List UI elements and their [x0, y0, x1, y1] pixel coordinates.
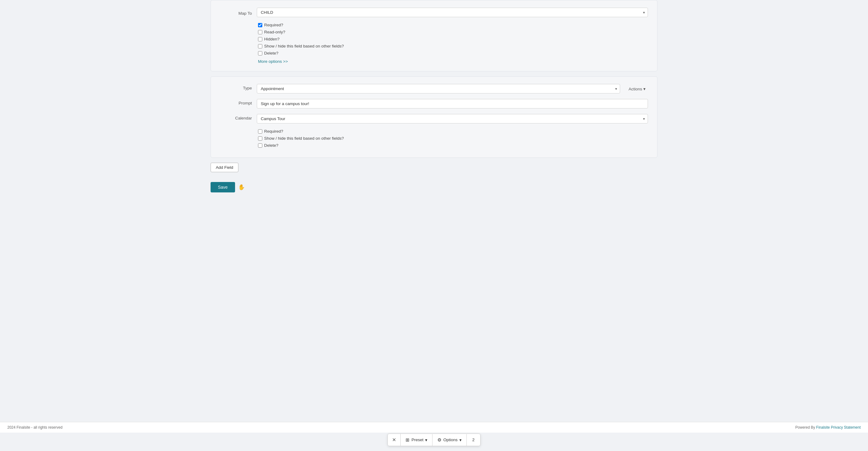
readonly-checkbox[interactable] [258, 30, 262, 34]
options-label: Options [443, 438, 458, 442]
required-checkbox[interactable] [258, 23, 262, 27]
appointment-checkboxes-area: Required? Show / hide this field based o… [257, 129, 648, 150]
appt-delete-label: Delete? [264, 143, 279, 148]
type-row: Type Appointment Text Checkbox Dropdown … [220, 84, 648, 93]
map-to-row: Map To CHILD PARENT STUDENT ▾ [220, 8, 648, 17]
hidden-checkbox-row: Hidden? [258, 37, 648, 41]
map-to-control: CHILD PARENT STUDENT ▾ [257, 8, 648, 17]
hand-cursor-icon: ✋ [238, 184, 245, 191]
save-button[interactable]: Save [211, 182, 235, 192]
toolbar-options-button[interactable]: ⚙ Options ▾ [432, 434, 467, 446]
bottom-toolbar: ✕ ⊞ Preset ▾ ⚙ Options ▾ 2 [0, 430, 868, 451]
preset-icon: ⊞ [406, 437, 409, 443]
toolbar-group: ✕ ⊞ Preset ▾ ⚙ Options ▾ 2 [388, 433, 480, 446]
appointment-checkboxes-row: Required? Show / hide this field based o… [220, 129, 648, 150]
add-field-area: Add Field [211, 163, 657, 178]
appt-required-checkbox-row: Required? [258, 129, 648, 134]
type-label: Type [220, 84, 257, 90]
powered-by-text: Powered By Finalsite Privacy Statement [796, 425, 861, 429]
hidden-label: Hidden? [264, 37, 279, 41]
required-checkbox-row: Required? [258, 23, 648, 27]
show-hide-label: Show / hide this field based on other fi… [264, 44, 344, 49]
add-field-button[interactable]: Add Field [211, 163, 239, 172]
options-chevron-icon: ▾ [459, 438, 462, 443]
copyright-text: 2024 Finalsite - all rights reserved [7, 425, 62, 429]
delete-label-1: Delete? [264, 51, 279, 55]
toolbar-close-button[interactable]: ✕ [388, 434, 401, 446]
prompt-label: Prompt [220, 99, 257, 105]
checkboxes-row-1: Required? Read-only? Hidden? Show / hide… [220, 23, 648, 64]
toolbar-preset-button[interactable]: ⊞ Preset ▾ [401, 434, 432, 446]
preset-chevron-icon: ▾ [425, 438, 427, 443]
delete-checkbox-1[interactable] [258, 51, 262, 55]
options-gear-icon: ⚙ [437, 437, 441, 443]
save-area: Save ✋ [211, 182, 657, 192]
prompt-input[interactable] [257, 99, 648, 109]
type-select[interactable]: Appointment Text Checkbox Dropdown [257, 84, 620, 93]
calendar-select[interactable]: Campus Tour Open House Admissions [257, 114, 648, 123]
hidden-checkbox[interactable] [258, 37, 262, 41]
show-hide-checkbox-row: Show / hide this field based on other fi… [258, 44, 648, 49]
privacy-link[interactable]: Privacy Statement [831, 425, 861, 429]
appt-required-checkbox[interactable] [258, 129, 262, 134]
prompt-row: Prompt [220, 99, 648, 109]
actions-button[interactable]: Actions ▾ [626, 85, 648, 92]
appt-delete-checkbox[interactable] [258, 143, 262, 148]
required-label: Required? [264, 23, 283, 27]
calendar-select-wrapper: Campus Tour Open House Admissions ▾ [257, 114, 648, 123]
delete-checkbox-row-1: Delete? [258, 51, 648, 55]
map-to-label: Map To [220, 9, 257, 16]
appt-show-hide-label: Show / hide this field based on other fi… [264, 136, 344, 141]
type-select-wrapper: Appointment Text Checkbox Dropdown ▾ [257, 84, 620, 93]
show-hide-checkbox[interactable] [258, 44, 262, 49]
actions-chevron-icon: ▾ [643, 86, 646, 91]
calendar-label: Calendar [220, 114, 257, 120]
top-checkboxes-area: Required? Read-only? Hidden? Show / hide… [257, 23, 648, 64]
appt-required-label: Required? [264, 129, 283, 134]
section-appointment: Type Appointment Text Checkbox Dropdown … [211, 76, 657, 158]
readonly-checkbox-row: Read-only? [258, 30, 648, 34]
appt-show-hide-checkbox[interactable] [258, 136, 262, 141]
finalsite-link[interactable]: Finalsite [816, 425, 830, 429]
toolbar-page-number: 2 [467, 434, 480, 445]
toolbar-close-icon: ✕ [392, 437, 396, 443]
section-map-to: Map To CHILD PARENT STUDENT ▾ Required? [211, 0, 657, 72]
calendar-row: Calendar Campus Tour Open House Admissio… [220, 114, 648, 123]
appt-delete-checkbox-row: Delete? [258, 143, 648, 148]
map-to-select-wrapper: CHILD PARENT STUDENT ▾ [257, 8, 648, 17]
appt-show-hide-checkbox-row: Show / hide this field based on other fi… [258, 136, 648, 141]
map-to-select[interactable]: CHILD PARENT STUDENT [257, 8, 648, 17]
more-options-link[interactable]: More options >> [258, 59, 288, 64]
readonly-label: Read-only? [264, 30, 285, 34]
preset-label: Preset [411, 438, 423, 442]
actions-label: Actions [629, 87, 642, 91]
